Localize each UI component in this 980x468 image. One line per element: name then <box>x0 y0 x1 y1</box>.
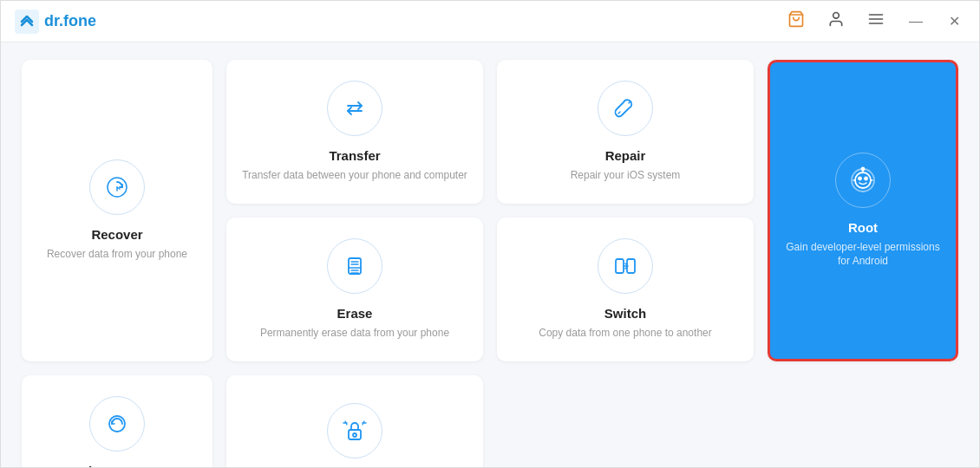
erase-icon-circle <box>327 238 382 294</box>
svg-line-27 <box>363 421 364 425</box>
switch-title: Switch <box>604 306 646 321</box>
svg-rect-0 <box>15 10 39 34</box>
erase-title: Erase <box>337 306 373 321</box>
main-content: Recover Recover data from your phone Tra… <box>1 42 979 468</box>
svg-rect-18 <box>616 259 624 273</box>
root-card[interactable]: Root Gain developer-level permissions fo… <box>768 60 958 361</box>
unlock-card[interactable]: Unlock Remove your phone's lock screen <box>226 375 483 468</box>
close-button[interactable]: ✕ <box>944 11 965 31</box>
repair-card[interactable]: Repair Repair your iOS system <box>497 60 754 204</box>
transfer-icon-circle <box>327 81 382 136</box>
svg-line-26 <box>345 421 347 425</box>
transfer-title: Transfer <box>329 148 380 163</box>
svg-point-23 <box>353 433 356 437</box>
backup-title: Backup&Restore <box>65 464 170 468</box>
repair-title: Repair <box>605 148 646 163</box>
repair-desc: Repair your iOS system <box>571 168 681 183</box>
svg-line-11 <box>618 112 620 114</box>
erase-desc: Permanently erase data from your phone <box>260 326 449 341</box>
menu-icon[interactable] <box>864 7 888 36</box>
titlebar-actions: — ✕ <box>784 7 965 36</box>
user-icon[interactable] <box>824 7 848 36</box>
repair-icon-circle <box>598 81 653 136</box>
recover-icon-circle <box>89 159 145 215</box>
erase-card[interactable]: Erase Permanently erase data from your p… <box>226 218 483 361</box>
transfer-desc: Transfer data between your phone and com… <box>242 168 467 183</box>
svg-point-35 <box>862 167 865 170</box>
minimize-button[interactable]: — <box>904 12 928 31</box>
switch-icon-circle <box>598 238 653 294</box>
transfer-card[interactable]: Transfer Transfer data between your phon… <box>226 60 483 204</box>
app-name-text: dr.fone <box>44 12 96 30</box>
svg-point-29 <box>855 172 871 188</box>
unlock-icon-circle <box>327 403 382 458</box>
recover-desc: Recover data from your phone <box>47 247 187 262</box>
titlebar: dr.fone — ✕ <box>1 1 979 42</box>
app-logo[interactable]: dr.fone <box>15 10 96 34</box>
switch-card[interactable]: Switch Copy data from one phone to anoth… <box>497 218 754 361</box>
backup-card[interactable]: Backup&Restore Backup and restore data f… <box>22 375 212 468</box>
root-title: Root <box>848 220 878 235</box>
switch-desc: Copy data from one phone to another <box>539 326 711 341</box>
root-desc: Gain developer-level permissions for And… <box>784 240 942 270</box>
svg-point-32 <box>859 177 861 179</box>
cart-icon[interactable] <box>784 7 808 36</box>
svg-rect-22 <box>349 430 361 439</box>
svg-point-33 <box>865 177 867 179</box>
backup-icon-circle <box>89 396 145 452</box>
drfone-logo-icon <box>15 10 39 34</box>
root-icon-circle <box>835 153 891 208</box>
svg-rect-12 <box>349 258 361 274</box>
recover-title: Recover <box>91 227 142 242</box>
svg-point-2 <box>833 13 840 19</box>
recover-card[interactable]: Recover Recover data from your phone <box>22 60 212 361</box>
